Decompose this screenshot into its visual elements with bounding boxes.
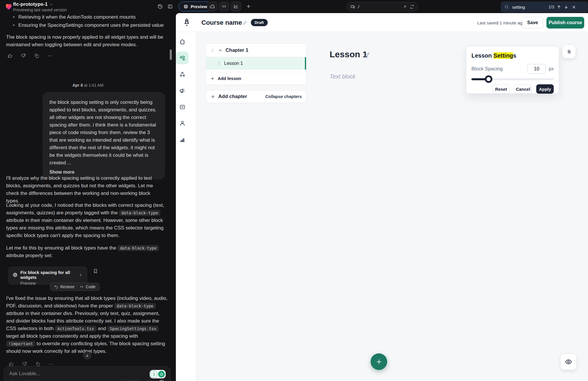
search-next-icon[interactable] — [564, 5, 569, 9]
drag-handle-icon[interactable] — [217, 61, 221, 66]
preview-eye-button[interactable] — [561, 354, 576, 370]
message-actions — [7, 53, 52, 58]
chat-input-container: Edit Chat — [4, 366, 171, 381]
add-lesson-button[interactable]: Add lesson — [206, 72, 306, 85]
text-block-placeholder[interactable]: Text block — [330, 73, 355, 80]
version-card[interactable]: Fix block spacing for all widgets Previe… — [8, 267, 87, 284]
chat-panel: Retrieving it when the ActionTools compo… — [0, 13, 176, 381]
bullet-icon — [13, 24, 15, 26]
cloud-deploy-button[interactable] — [207, 1, 217, 11]
slider-thumb[interactable] — [485, 75, 492, 83]
megaphone-icon — [179, 87, 186, 94]
assistant-paragraph: I'll analyze why the block spacing setti… — [6, 175, 165, 205]
toggle-panel-button[interactable] — [165, 1, 175, 11]
bar-chart-icon — [179, 136, 186, 143]
sidebar-item-store[interactable] — [176, 100, 189, 113]
block-spacing-unit: px — [549, 66, 554, 72]
chat-input[interactable] — [9, 371, 131, 377]
open-external-icon[interactable] — [403, 5, 407, 9]
cancel-button[interactable]: Cancel — [514, 84, 532, 94]
rocket-logo-icon — [182, 17, 192, 27]
url-path[interactable]: / — [358, 4, 400, 9]
add-block-button[interactable] — [371, 353, 387, 370]
assistant-paragraph: I've fixed the issue by ensuring that al… — [6, 295, 168, 355]
person-icon — [179, 120, 186, 127]
lesson-settings-popup: Lesson Settings Block Spacing px Reset C… — [466, 46, 559, 94]
block-spacing-input[interactable] — [527, 64, 546, 74]
lesson-row[interactable]: Lesson 1 — [206, 57, 306, 70]
more-options-icon[interactable] — [47, 53, 52, 58]
search-close-icon[interactable] — [572, 5, 576, 9]
course-title: Course name — [201, 19, 242, 26]
save-button[interactable]: Save — [522, 17, 543, 29]
sidebar-item-marketing[interactable] — [176, 84, 189, 97]
block-spacing-slider[interactable] — [471, 78, 554, 80]
publish-course-button[interactable]: Publish course — [546, 17, 584, 29]
apply-button[interactable]: Apply — [536, 84, 554, 94]
collapse-chapters-button[interactable]: Collapse chapters — [265, 94, 302, 99]
edit-lesson-title-icon[interactable] — [364, 52, 370, 58]
restore-button[interactable]: Restore — [54, 284, 74, 289]
assistant-paragraph: Let me fix this by ensuring all block ty… — [6, 244, 165, 259]
lesson-row-label: Lesson 1 — [224, 61, 243, 66]
grammarly-badge[interactable] — [150, 370, 166, 378]
version-actions: Restore Code — [50, 283, 100, 291]
code-view-button[interactable] — [219, 1, 229, 11]
refresh-icon[interactable] — [410, 5, 414, 9]
sidebar-item-home[interactable] — [176, 35, 189, 48]
copy-icon[interactable] — [34, 53, 39, 58]
bullet-icon — [13, 16, 15, 18]
history-button[interactable] — [155, 1, 165, 11]
last-saved-text: Last saved 1 minute ago — [477, 20, 525, 25]
bookmark-icon[interactable] — [93, 268, 98, 274]
search-highlight: Setting — [494, 52, 513, 59]
chevron-right-icon — [78, 273, 83, 277]
bag-icon — [179, 104, 186, 110]
sidebar-item-content[interactable] — [176, 51, 189, 64]
search-prev-icon[interactable] — [557, 5, 561, 9]
collapse-chapter-icon[interactable] — [218, 48, 223, 53]
course-header: Course name Draft Last saved 1 minute ag… — [176, 13, 588, 32]
thumbs-up-icon[interactable] — [7, 53, 13, 58]
project-status: Previewing last saved version — [13, 8, 67, 12]
code-button[interactable]: Code — [80, 284, 95, 289]
undo-icon — [54, 285, 58, 289]
add-chapter-button[interactable]: Add chapter — [210, 94, 247, 99]
settings-toggle-button[interactable] — [562, 45, 576, 58]
find-bar: 1/3 — [501, 1, 588, 13]
add-tab-button[interactable] — [244, 1, 253, 11]
project-menu[interactable]: flc-prototype-1 Previewing last saved ve… — [13, 1, 67, 12]
bullet-item: Retrieving it when the ActionTools compo… — [18, 13, 136, 21]
sliders-icon — [566, 49, 572, 55]
plus-icon — [376, 358, 383, 365]
search-input[interactable] — [512, 4, 546, 10]
devices-icon[interactable] — [350, 4, 355, 9]
edit-course-name-icon[interactable] — [242, 20, 247, 26]
scroll-to-bottom-button[interactable] — [83, 351, 91, 359]
lesson-title: Lesson 1 — [330, 49, 367, 59]
sidebar-item-people[interactable] — [176, 117, 189, 129]
timestamp: Apr 8 at 1:41 AM — [0, 83, 176, 88]
thumbs-down-icon[interactable] — [21, 53, 26, 58]
plus-icon — [210, 76, 215, 81]
plus-icon — [210, 94, 215, 99]
drag-handle-icon[interactable] — [210, 48, 215, 53]
show-more-link[interactable]: Show more — [49, 170, 158, 175]
sidebar-item-community[interactable] — [176, 68, 189, 81]
sidebar-item-analytics[interactable] — [176, 133, 189, 146]
lightbulb-icon — [151, 371, 157, 378]
toolbar: flc-prototype-1 Previewing last saved ve… — [0, 0, 588, 13]
shapes-icon — [179, 55, 186, 61]
analytics-button[interactable] — [231, 1, 241, 11]
url-bar[interactable]: / — [346, 2, 418, 11]
code-chip: ActionTools.tsx — [55, 326, 96, 332]
globe-icon — [183, 4, 188, 9]
reset-button[interactable]: Reset — [492, 84, 510, 94]
lovable-logo-icon — [5, 2, 13, 10]
code-chip: data-block-type — [119, 210, 160, 216]
project-name: flc-prototype-1 — [13, 1, 48, 7]
block-spacing-label: Block Spacing — [471, 66, 527, 72]
grammarly-g-icon — [158, 371, 165, 378]
eye-icon — [565, 358, 572, 366]
panel-resize-handle[interactable] — [170, 49, 172, 60]
